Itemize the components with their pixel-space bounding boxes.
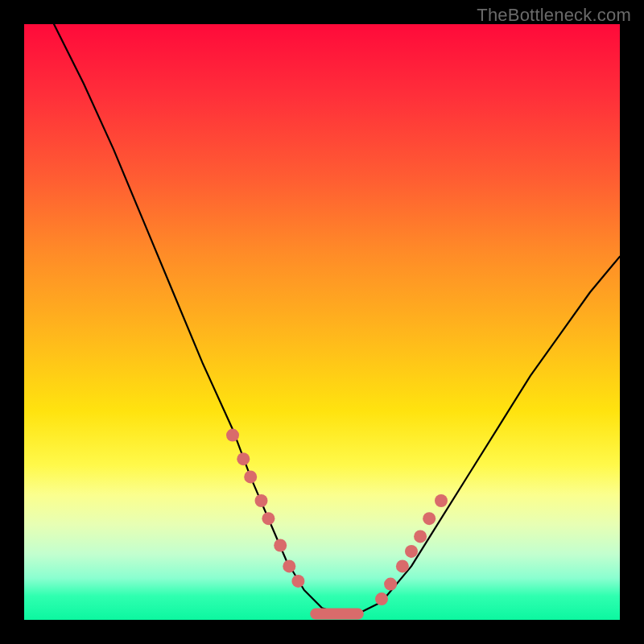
bottleneck-curve	[54, 24, 620, 614]
dots-left-dot	[291, 575, 304, 588]
chart-canvas: TheBottleneck.com	[0, 0, 644, 644]
dots-right-dot	[384, 578, 397, 591]
dots-right-dot	[375, 592, 388, 605]
dots-right-dot	[435, 494, 448, 507]
dots-left-dot	[255, 494, 268, 507]
dots-right-dot	[405, 545, 418, 558]
dots-left-dot	[274, 539, 287, 552]
plateau-marker	[310, 609, 364, 620]
dots-left-dot	[262, 512, 275, 525]
dots-right-dot	[396, 559, 409, 572]
dots-right-dot	[414, 530, 427, 543]
chart-svg	[0, 0, 644, 644]
dots-left-dot	[226, 429, 239, 442]
dots-left-dot	[237, 452, 250, 465]
dots-right-dot	[423, 512, 436, 525]
dots-left-dot	[244, 470, 257, 483]
dots-left-dot	[283, 559, 295, 572]
